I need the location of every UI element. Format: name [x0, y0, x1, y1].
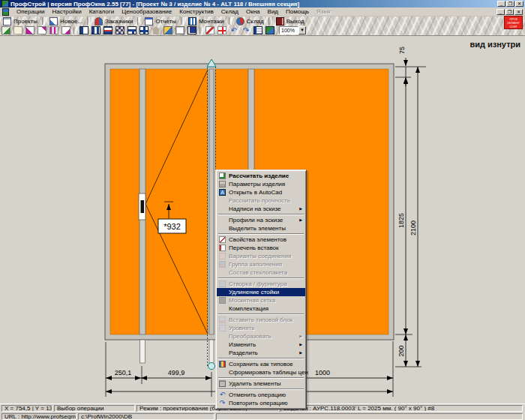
reports-button[interactable]: Отчеты: [142, 17, 179, 26]
undo-icon: ↶: [219, 392, 226, 398]
menu-operations[interactable]: Операции: [13, 8, 48, 16]
snap-icon[interactable]: [218, 26, 226, 34]
status-selection: выделен : АУРС.118.0003' L = 2025 мм. ( …: [280, 405, 523, 412]
menu-item-product-parameters[interactable]: Параметры изделия: [217, 180, 305, 188]
house-icon[interactable]: [152, 26, 160, 34]
menu-catalogs[interactable]: Каталоги: [86, 8, 118, 16]
menu-item-completion[interactable]: Комплектация: [217, 304, 305, 313]
glazing-icon[interactable]: [164, 26, 172, 34]
window-frame-icon[interactable]: [176, 26, 184, 34]
menu-item-inserts-list[interactable]: Перечень вставок: [217, 244, 305, 252]
minimize-button[interactable]: _: [497, 1, 506, 7]
menu-separator: [218, 358, 304, 359]
split-vertical-icon[interactable]: [80, 26, 88, 34]
menu-windows[interactable]: Окна: [242, 8, 264, 16]
menu-pricing[interactable]: Ценообразование: [118, 8, 176, 16]
redo-icon[interactable]: ↷: [242, 26, 250, 34]
trash-icon: [219, 380, 226, 387]
fill-triangle-icon[interactable]: [26, 26, 34, 34]
palette-icon[interactable]: [266, 26, 274, 34]
menu-item-sketch-labels[interactable]: Надписи на эскизе▶: [217, 205, 305, 213]
profile-cut-icon[interactable]: [50, 26, 58, 34]
align-icon: [219, 325, 226, 332]
menu-help[interactable]: Помощь: [282, 8, 313, 16]
autocad-icon: A: [219, 189, 226, 196]
undo-icon[interactable]: ↶: [230, 26, 238, 34]
new-button[interactable]: Новое...: [46, 17, 86, 26]
corner-fill-icon[interactable]: [62, 26, 70, 34]
columns-icon[interactable]: [92, 26, 100, 34]
menu-construction[interactable]: Конструктив: [176, 8, 218, 16]
sketch-icon[interactable]: [2, 26, 10, 34]
menu-item-mullion-extension[interactable]: Удлинение стойки: [217, 288, 305, 296]
mullion-left-extension[interactable]: [140, 340, 146, 363]
menu-item-save-as-typical[interactable]: Сохранить как типовое: [217, 360, 305, 368]
cross-joint-icon[interactable]: [140, 26, 148, 34]
no-icon: [219, 269, 226, 276]
zoom-value[interactable]: 100%: [279, 26, 298, 34]
vendor-logo-line: ПРОФ: [509, 17, 517, 21]
toolbar-zone: Проекты Новое... Заказчики Отчеты Монтаж…: [0, 16, 525, 35]
selection-handle-bottom[interactable]: [208, 363, 215, 370]
sash-hardware-icon: [219, 280, 226, 287]
panel-sash[interactable]: [146, 69, 208, 334]
panel-left[interactable]: [110, 69, 140, 334]
mdi-close-button[interactable]: ✕: [514, 9, 523, 15]
sash-handle[interactable]: [141, 200, 145, 213]
context-menu: Рассчитать изделие Параметры изделия AОт…: [215, 170, 307, 410]
vendor-logo: ПРОФ СЕГМЕНТ СОФТ: [504, 16, 523, 29]
submenu-arrow-icon: ▶: [299, 216, 302, 224]
submenu-arrow-icon: ▶: [299, 349, 302, 357]
menu-view[interactable]: Вид: [264, 8, 282, 16]
title-bar: ПрофСтрой | версия ПрофОкна 2.55 [77] - …: [0, 0, 525, 8]
menu-bar: Операции Настройки Каталоги Ценообразова…: [0, 8, 525, 16]
inserts-list-icon: [219, 244, 226, 251]
mdi-restore-button[interactable]: ❐: [506, 9, 514, 15]
restore-button[interactable]: ❐: [506, 1, 514, 7]
save-icon[interactable]: [188, 26, 196, 34]
menu-item-redo-operation[interactable]: ↷Повторить операцию: [217, 399, 305, 407]
pencil-icon[interactable]: [206, 26, 214, 34]
parameters-icon: [219, 181, 226, 188]
dim-right-width: 1000: [315, 369, 330, 376]
montage-button[interactable]: Монтажи: [185, 17, 226, 26]
zoom-combobox[interactable]: 100% ▼: [279, 26, 306, 34]
menu-item-mosquito-net: Москитная сетка: [217, 296, 305, 304]
toolbar-separator: [137, 17, 140, 25]
close-button[interactable]: ✕: [515, 1, 524, 7]
menu-item-delete-elements[interactable]: Удалить элементы: [217, 380, 305, 388]
toolbar-separator: [229, 17, 232, 25]
table-icon[interactable]: [254, 26, 262, 34]
toolbar-separator: [42, 17, 45, 25]
exit-button[interactable]: Выход: [273, 17, 308, 26]
draw-contour-icon[interactable]: [38, 26, 46, 34]
menu-item-undo-operation[interactable]: ↶Отменить операцию: [217, 391, 305, 399]
mdi-minimize-button[interactable]: _: [496, 9, 505, 15]
customers-button[interactable]: Заказчики: [92, 17, 136, 26]
dim-top-offset: 75: [398, 46, 406, 54]
connection-variants-icon: [219, 253, 226, 260]
menu-item-element-properties[interactable]: Свойства элементов: [217, 236, 305, 244]
menu-item-select-elements[interactable]: Выделить элементы: [217, 224, 305, 232]
warehouse-button[interactable]: Склад: [233, 17, 267, 26]
grid-icon[interactable]: [116, 26, 124, 34]
no-icon: [219, 350, 226, 356]
menu-item-sketch-profiles[interactable]: Профили на эскизе▶: [217, 216, 305, 224]
selected-mullion-extension[interactable]: [209, 340, 214, 364]
t-joint-icon[interactable]: [128, 26, 136, 34]
selected-mullion[interactable]: [209, 69, 214, 334]
menu-settings[interactable]: Настройки: [48, 8, 85, 16]
vendor-logo-line: СОФТ: [509, 25, 517, 28]
split-horizontal-icon[interactable]: [104, 26, 112, 34]
dropdown-arrow-icon[interactable]: ▼: [298, 26, 306, 34]
projects-button[interactable]: Проекты: [0, 17, 40, 26]
menu-item-change[interactable]: Изменить▶: [217, 340, 305, 349]
selection-handle-top[interactable]: [207, 59, 216, 67]
menu-item-divide[interactable]: Разделить▶: [217, 349, 305, 357]
menu-item-open-autocad[interactable]: AОткрыть в AutoCad: [217, 188, 305, 196]
menu-item-calculate-product[interactable]: Рассчитать изделие: [217, 172, 305, 180]
menu-warehouse[interactable]: Склад: [218, 8, 242, 16]
menu-item-generate-price-tables[interactable]: Сформировать таблицы цен: [217, 368, 305, 376]
folder-icon[interactable]: [14, 26, 22, 34]
no-icon: [219, 225, 226, 232]
